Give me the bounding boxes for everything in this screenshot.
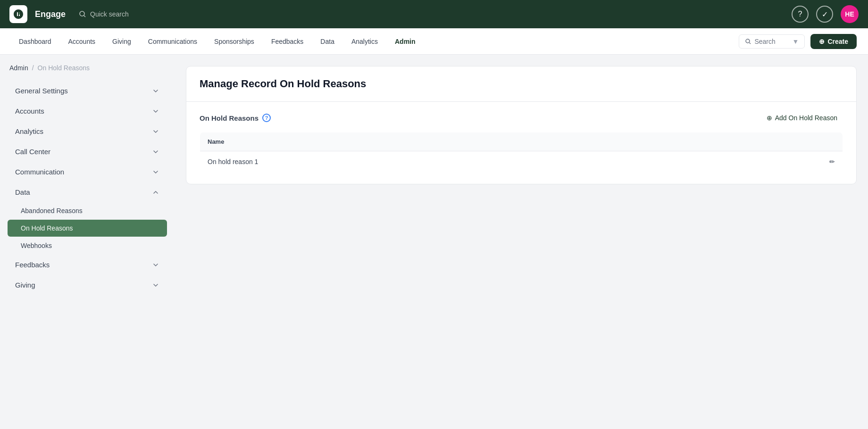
app-name: Engage (35, 9, 66, 19)
add-on-hold-reason-button[interactable]: ⊕ Add On Hold Reason (761, 111, 843, 124)
sidebar-section-header-data[interactable]: Data (8, 182, 167, 202)
section-header: On Hold Reasons ? ⊕ Add On Hold Reason (186, 102, 856, 132)
svg-line-1 (84, 16, 85, 17)
help-button[interactable]: ? (792, 6, 809, 23)
sidebar-section-header-general-settings[interactable]: General Settings (8, 81, 167, 100)
user-avatar[interactable]: HE (841, 5, 859, 23)
sidebar-section-analytics: Analytics (8, 122, 167, 141)
sidebar-section-accounts: Accounts (8, 101, 167, 121)
chevron-down-icon (152, 107, 159, 115)
sidebar-section-giving: Giving (8, 275, 167, 295)
table-col-actions (815, 132, 843, 151)
sidebar-section-header-analytics[interactable]: Analytics (8, 122, 167, 141)
section-title-label: On Hold Reasons (200, 114, 259, 122)
chevron-up-icon (152, 189, 159, 196)
navbar-right: Search ▼ ⊕ Create (739, 34, 857, 49)
nav-item-analytics[interactable]: Analytics (344, 35, 385, 48)
nav-item-sponsorships[interactable]: Sponsorships (207, 35, 262, 48)
global-search-label: Quick search (90, 10, 129, 18)
sidebar-section-header-call-center[interactable]: Call Center (8, 142, 167, 161)
app-logo[interactable] (9, 5, 27, 23)
help-icon[interactable]: ? (262, 114, 271, 122)
breadcrumb: Admin / On Hold Reasons (8, 64, 167, 72)
sidebar-section-header-giving[interactable]: Giving (8, 275, 167, 295)
nav-item-communications[interactable]: Communications (141, 35, 205, 48)
nav-item-accounts[interactable]: Accounts (61, 35, 103, 48)
table-cell-name: On hold reason 1 (200, 151, 815, 173)
topbar-right: ? ✓ HE (792, 5, 859, 23)
on-hold-reasons-table: Name On hold reason 1 ✏ (200, 132, 843, 173)
edit-icon[interactable]: ✏ (815, 151, 843, 173)
create-button[interactable]: ⊕ Create (810, 34, 857, 49)
sidebar-section-general-settings: General Settings (8, 81, 167, 100)
nav-search-icon (745, 38, 751, 45)
section-title-group: On Hold Reasons ? (200, 114, 271, 122)
nav-search[interactable]: Search ▼ (739, 34, 805, 49)
breadcrumb-current: On Hold Reasons (38, 64, 90, 72)
sidebar-section-header-accounts[interactable]: Accounts (8, 101, 167, 121)
nav-item-feedbacks[interactable]: Feedbacks (264, 35, 311, 48)
sidebar-section-header-communication[interactable]: Communication (8, 162, 167, 182)
sidebar-section-communication: Communication (8, 162, 167, 182)
nav-item-data[interactable]: Data (313, 35, 342, 48)
content-card: Manage Record On Hold Reasons On Hold Re… (186, 66, 857, 184)
svg-point-0 (80, 11, 84, 16)
breadcrumb-parent[interactable]: Admin (9, 64, 28, 72)
nav-search-label: Search (754, 38, 775, 45)
svg-line-3 (750, 42, 751, 44)
topbar: Engage Quick search ? ✓ HE (0, 0, 868, 28)
chevron-down-icon (152, 87, 159, 95)
search-icon (79, 10, 86, 18)
nav-item-giving[interactable]: Giving (105, 35, 139, 48)
main-content: Manage Record On Hold Reasons On Hold Re… (175, 55, 868, 429)
sidebar-item-on-hold-reasons[interactable]: On Hold Reasons (8, 220, 167, 237)
chevron-down-icon (152, 281, 159, 289)
add-button-label: Add On Hold Reason (775, 114, 837, 122)
sidebar-item-abandoned-reasons[interactable]: Abandoned Reasons (8, 202, 167, 219)
navbar: Dashboard Accounts Giving Communications… (0, 28, 868, 55)
page-container: Admin / On Hold Reasons General Settings… (0, 55, 868, 429)
chevron-down-icon (152, 168, 159, 176)
sidebar-item-webhooks[interactable]: Webhooks (8, 237, 167, 254)
global-search[interactable]: Quick search (79, 10, 129, 18)
table-container: Name On hold reason 1 ✏ (186, 132, 856, 184)
chevron-down-icon (152, 261, 159, 269)
sidebar-section-call-center: Call Center (8, 142, 167, 161)
sidebar-section-header-feedbacks[interactable]: Feedbacks (8, 255, 167, 274)
table-col-name: Name (200, 132, 815, 151)
chevron-down-icon (152, 128, 159, 135)
nav-item-admin[interactable]: Admin (387, 35, 423, 48)
sidebar-section-feedbacks: Feedbacks (8, 255, 167, 274)
page-title: Manage Record On Hold Reasons (200, 78, 843, 90)
breadcrumb-separator: / (32, 64, 34, 72)
sidebar: Admin / On Hold Reasons General Settings… (0, 55, 175, 429)
content-card-header: Manage Record On Hold Reasons (186, 66, 856, 102)
table-row: On hold reason 1 ✏ (200, 151, 843, 173)
svg-point-2 (746, 39, 750, 43)
chevron-down-icon (152, 148, 159, 156)
sidebar-section-data: Data Abandoned Reasons On Hold Reasons W… (8, 182, 167, 254)
nav-item-dashboard[interactable]: Dashboard (11, 35, 59, 48)
tasks-button[interactable]: ✓ (816, 6, 833, 23)
